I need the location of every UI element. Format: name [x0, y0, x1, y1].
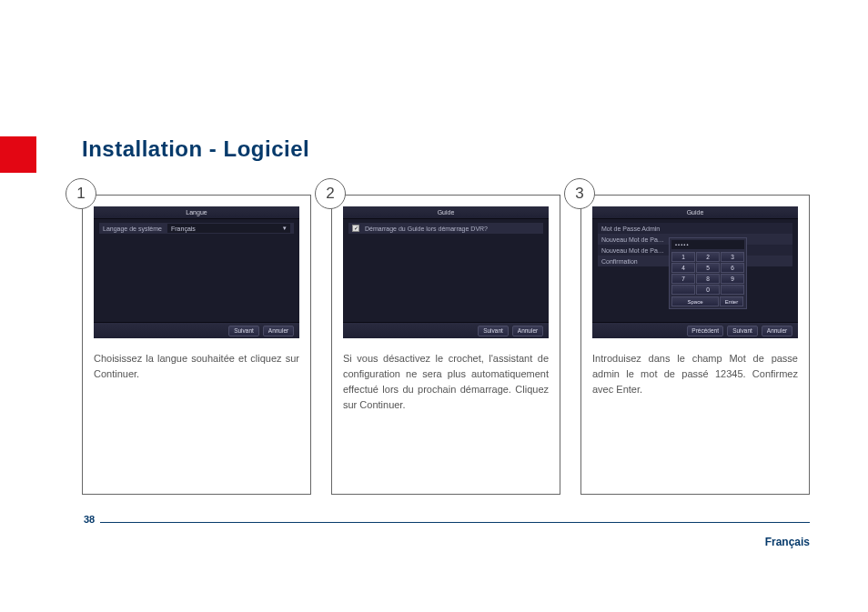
language-value: Français — [171, 226, 196, 232]
numeric-keypad: ••••• 1 2 3 4 5 6 7 8 9 — [669, 237, 747, 309]
dvr-body: Mot de Passe Admin Nouveau Mot de Pa… No… — [592, 219, 798, 322]
dvr-bottombar: Précédent Suivant Annuler — [592, 322, 798, 338]
cancel-button[interactable]: Annuler — [263, 326, 294, 336]
key-5[interactable]: 5 — [696, 263, 720, 273]
step-box: Guide ✓ Démarrage du Guide lors démarrag… — [331, 195, 560, 495]
key-blank[interactable] — [671, 285, 695, 295]
cancel-button[interactable]: Annuler — [512, 326, 543, 336]
key-enter[interactable]: Enter — [720, 296, 743, 306]
language-row: Langage de système Français ▾ — [99, 223, 294, 234]
key-0[interactable]: 0 — [696, 285, 720, 295]
dvr-title: Guide — [343, 206, 549, 219]
next-button[interactable]: Suivant — [478, 326, 509, 336]
key-7[interactable]: 7 — [671, 274, 695, 284]
chevron-down-icon: ▾ — [283, 225, 287, 232]
cancel-button[interactable]: Annuler — [762, 326, 792, 336]
dvr-screenshot-2: Guide ✓ Démarrage du Guide lors démarrag… — [343, 206, 549, 338]
prev-button[interactable]: Précédent — [687, 326, 723, 336]
dvr-bottombar: Suivant Annuler — [94, 322, 299, 338]
password-field[interactable]: ••••• — [671, 240, 744, 249]
key-back[interactable] — [721, 285, 744, 295]
key-9[interactable]: 9 — [721, 274, 744, 284]
language-label: Langage de système — [103, 226, 162, 232]
pw-label: Nouveau Mot de Pa… — [601, 247, 664, 254]
step-caption: Introduisez dans le champ Mot de passe a… — [592, 351, 798, 397]
page-title: Installation - Logiciel — [82, 136, 810, 162]
dvr-screenshot-3: Guide Mot de Passe Admin Nouveau Mot de … — [592, 206, 798, 338]
step-3: 3 Guide Mot de Passe Admin Nouveau Mot d… — [580, 195, 810, 495]
step-caption: Choisissez la langue souhaitée et clique… — [94, 351, 299, 382]
pw-label: Confirmation — [601, 258, 638, 265]
dvr-screenshot-1: Langue Langage de système Français ▾ Sui… — [94, 206, 299, 338]
section-marker — [0, 136, 36, 173]
page-footer: 38 Français — [82, 522, 810, 548]
dvr-title: Langue — [94, 206, 299, 219]
checkbox-icon[interactable]: ✓ — [352, 225, 359, 232]
step-number: 3 — [564, 178, 595, 209]
language-select[interactable]: Français ▾ — [167, 224, 290, 233]
startup-label: Démarrage du Guide lors démarrage DVR? — [365, 226, 488, 232]
page-number: 38 — [78, 514, 100, 548]
dvr-title: Guide — [592, 206, 798, 219]
key-1[interactable]: 1 — [671, 252, 695, 262]
steps-row: 1 Langue Langage de système Français ▾ — [82, 195, 810, 495]
dvr-body: ✓ Démarrage du Guide lors démarrage DVR? — [343, 219, 549, 322]
key-3[interactable]: 3 — [721, 252, 744, 262]
next-button[interactable]: Suivant — [727, 326, 758, 336]
footer-language: Français — [765, 536, 810, 548]
key-4[interactable]: 4 — [671, 263, 695, 273]
dvr-bottombar: Suivant Annuler — [343, 322, 549, 338]
dvr-body: Langage de système Français ▾ — [94, 219, 299, 322]
page-content: Installation - Logiciel 1 Langue Langage… — [82, 136, 810, 495]
step-caption: Si vous désactivez le crochet, l'assista… — [343, 351, 549, 413]
key-8[interactable]: 8 — [696, 274, 720, 284]
next-button[interactable]: Suivant — [228, 326, 259, 336]
startup-row: ✓ Démarrage du Guide lors démarrage DVR? — [348, 223, 543, 234]
pw-label: Mot de Passe Admin — [601, 226, 660, 232]
step-number: 1 — [66, 178, 96, 209]
key-space[interactable]: Space — [671, 296, 719, 306]
step-number: 2 — [315, 178, 346, 209]
step-1: 1 Langue Langage de système Français ▾ — [82, 195, 311, 495]
step-box: Guide Mot de Passe Admin Nouveau Mot de … — [580, 195, 810, 495]
key-2[interactable]: 2 — [696, 252, 720, 262]
pw-label: Nouveau Mot de Pa… — [601, 236, 664, 243]
step-box: Langue Langage de système Français ▾ Sui… — [82, 195, 311, 495]
key-6[interactable]: 6 — [721, 263, 744, 273]
pw-row: Mot de Passe Admin — [598, 223, 792, 234]
step-2: 2 Guide ✓ Démarrage du Guide lors démarr… — [331, 195, 560, 495]
